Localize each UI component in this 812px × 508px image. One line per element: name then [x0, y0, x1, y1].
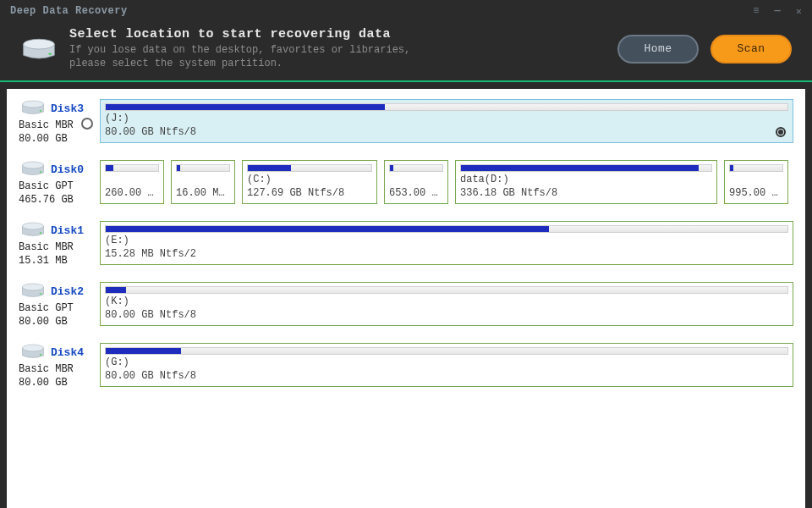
partition-size: 16.00 M... [176, 187, 230, 199]
disk-select-radio[interactable] [81, 118, 93, 130]
disk-meta: Disk4Basic MBR80.00 GB [19, 343, 88, 389]
svg-point-10 [23, 345, 44, 351]
disk-name: Disk2 [51, 285, 84, 298]
partition-range: (E:)15.28 MB Ntfs/2 [100, 221, 793, 265]
partition-label: data(D:) [460, 174, 712, 185]
page-title: Select location to start recovering data [69, 27, 606, 41]
disk-row: Disk2Basic GPT80.00 GB(K:)80.00 GB Ntfs/… [19, 282, 793, 328]
svg-point-5 [40, 171, 42, 173]
partition[interactable]: (K:)80.00 GB Ntfs/8 [100, 282, 793, 326]
partition-label: (J:) [105, 113, 788, 124]
partition-size: 653.00 ... [389, 187, 443, 199]
header: Select location to start recovering data… [0, 22, 812, 80]
disk-size: 15.31 MB [19, 255, 88, 267]
disk-type: Basic GPT [19, 302, 88, 314]
svg-point-4 [23, 162, 44, 168]
usage-bar [247, 164, 372, 172]
partition-size: 260.00 ... [105, 187, 159, 199]
app-title: Deep Data Recovery [10, 5, 128, 17]
svg-point-1 [48, 52, 52, 55]
partition[interactable]: data(D:)336.18 GB Ntfs/8 [455, 160, 717, 204]
partition[interactable]: (C:)127.69 GB Ntfs/8 [242, 160, 377, 204]
separator [0, 80, 812, 82]
usage-bar [176, 164, 230, 172]
disk-icon [19, 160, 47, 177]
svg-point-3 [40, 110, 42, 112]
disk-type: Basic MBR [19, 119, 88, 131]
page-subtitle: If you lose data on the desktop, favorit… [69, 43, 606, 70]
disk-type: Basic MBR [19, 363, 88, 375]
disk-icon [19, 343, 47, 360]
svg-point-8 [23, 284, 44, 290]
minimize-icon[interactable]: — [775, 5, 781, 18]
disk-row: Disk4Basic MBR80.00 GB(G:)80.00 GB Ntfs/… [19, 343, 793, 389]
partition-size: 80.00 GB Ntfs/8 [105, 370, 788, 382]
partition[interactable]: 653.00 ... [384, 160, 448, 204]
partition-size: 127.69 GB Ntfs/8 [247, 187, 372, 199]
svg-point-9 [40, 293, 42, 295]
disk-meta: Disk2Basic GPT80.00 GB [19, 282, 88, 328]
svg-point-0 [24, 39, 55, 49]
usage-bar [105, 225, 788, 233]
usage-bar [105, 286, 788, 294]
partition[interactable]: (E:)15.28 MB Ntfs/2 [100, 221, 793, 265]
svg-point-6 [23, 223, 44, 229]
partition-size: 336.18 GB Ntfs/8 [460, 187, 712, 199]
partition-label: (G:) [105, 356, 788, 368]
partition-range: (G:)80.00 GB Ntfs/8 [100, 343, 793, 387]
disk-meta: Disk0Basic GPT465.76 GB [19, 160, 88, 206]
disk-name: Disk4 [51, 346, 84, 359]
partition-label [729, 174, 783, 185]
partition-label: (C:) [247, 174, 372, 185]
menu-icon[interactable]: ≡ [753, 5, 759, 18]
partition-range: (K:)80.00 GB Ntfs/8 [100, 282, 793, 326]
home-button[interactable]: Home [617, 35, 699, 64]
usage-bar [105, 103, 788, 111]
usage-bar [389, 164, 443, 172]
disk-row: Disk3Basic MBR80.00 GB(J:)80.00 GB Ntfs/… [19, 99, 793, 145]
partition[interactable]: 16.00 M... [171, 160, 235, 204]
disk-name: Disk3 [51, 102, 84, 115]
disk-row: Disk1Basic MBR15.31 MB(E:)15.28 MB Ntfs/… [19, 221, 793, 267]
disk-type: Basic GPT [19, 180, 88, 192]
svg-point-7 [40, 232, 42, 234]
partition-label [105, 174, 159, 185]
partition[interactable]: 995.00 ... [724, 160, 788, 204]
partition-range: (J:)80.00 GB Ntfs/8 [100, 99, 793, 143]
disk-name: Disk1 [51, 224, 84, 237]
disk-size: 465.76 GB [19, 194, 88, 206]
partition-range: 260.00 ... 16.00 M...(C:)127.69 GB Ntfs/… [100, 160, 793, 204]
partition-size: 80.00 GB Ntfs/8 [105, 309, 788, 321]
partition-label: (K:) [105, 295, 788, 307]
usage-bar [460, 164, 712, 172]
svg-point-2 [23, 101, 44, 108]
partition-size: 80.00 GB Ntfs/8 [105, 126, 788, 138]
usage-bar [105, 164, 159, 172]
window-controls: ≡ — ✕ [753, 5, 802, 18]
drive-icon [20, 36, 58, 62]
svg-point-11 [40, 354, 42, 356]
usage-bar [729, 164, 783, 172]
titlebar: Deep Data Recovery ≡ — ✕ [0, 0, 812, 22]
disk-meta: Disk1Basic MBR15.31 MB [19, 221, 88, 267]
disk-type: Basic MBR [19, 241, 88, 253]
disk-meta: Disk3Basic MBR80.00 GB [19, 99, 88, 145]
disk-row: Disk0Basic GPT465.76 GB 260.00 ... 16.00… [19, 160, 793, 206]
partition[interactable]: (G:)80.00 GB Ntfs/8 [100, 343, 793, 387]
disk-size: 80.00 GB [19, 316, 88, 328]
disk-size: 80.00 GB [19, 133, 88, 145]
partition-size: 995.00 ... [729, 187, 783, 199]
partition[interactable]: 260.00 ... [100, 160, 164, 204]
disk-icon [19, 99, 47, 116]
disk-name: Disk0 [51, 163, 84, 176]
usage-bar [105, 347, 788, 355]
partition[interactable]: (J:)80.00 GB Ntfs/8 [100, 99, 793, 143]
disk-size: 80.00 GB [19, 377, 88, 389]
partition-size: 15.28 MB Ntfs/2 [105, 248, 788, 260]
disk-icon [19, 221, 47, 238]
partition-label [176, 174, 230, 185]
partition-label [389, 174, 443, 185]
disk-list: Disk3Basic MBR80.00 GB(J:)80.00 GB Ntfs/… [7, 89, 805, 508]
scan-button[interactable]: Scan [710, 35, 792, 64]
close-icon[interactable]: ✕ [796, 5, 802, 18]
